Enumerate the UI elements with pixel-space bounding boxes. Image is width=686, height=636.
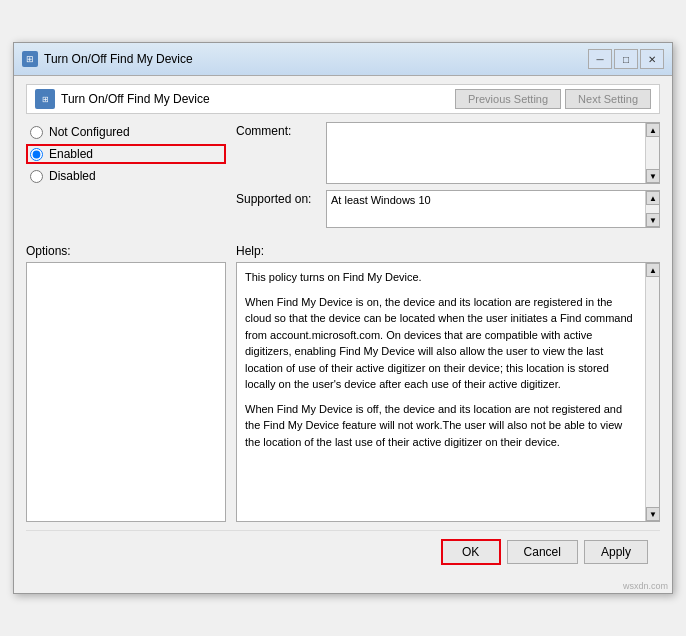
supported-on-value: At least Windows 10 [327,191,645,227]
help-scrollbar: ▲ ▼ [645,263,659,521]
comment-label: Comment: [236,122,326,138]
title-bar-left: ⊞ Turn On/Off Find My Device [22,51,193,67]
supported-on-row: Supported on: At least Windows 10 ▲ ▼ [236,190,660,228]
scroll-up-arrow[interactable]: ▲ [646,123,660,137]
comment-row: Comment: ▲ ▼ [236,122,660,184]
sub-header-icon: ⊞ [35,89,55,109]
enabled-radio[interactable] [30,148,43,161]
not-configured-radio[interactable] [30,126,43,139]
close-button[interactable]: ✕ [640,49,664,69]
bottom-section: Options: Help: This policy turns on Find… [26,244,660,522]
ok-button[interactable]: OK [441,539,501,565]
help-content: This policy turns on Find My Device. Whe… [237,263,645,521]
window-icon: ⊞ [22,51,38,67]
disabled-label: Disabled [49,169,96,183]
help-paragraph-2: When Find My Device is off, the device a… [245,401,637,451]
help-scroll-up[interactable]: ▲ [646,263,660,277]
sub-header-title: Turn On/Off Find My Device [61,92,210,106]
supported-on-box: At least Windows 10 ▲ ▼ [326,190,660,228]
help-paragraph-1: When Find My Device is on, the device an… [245,294,637,393]
options-panel: Options: [26,244,226,522]
supported-scroll-up[interactable]: ▲ [646,191,660,205]
title-bar: ⊞ Turn On/Off Find My Device ─ □ ✕ [14,43,672,76]
footer: OK Cancel Apply [26,530,660,573]
disabled-option[interactable]: Disabled [26,166,226,186]
help-panel: Help: This policy turns on Find My Devic… [236,244,660,522]
not-configured-option[interactable]: Not Configured [26,122,226,142]
right-panel: Comment: ▲ ▼ Supported on: At least Wind… [226,122,660,234]
help-paragraph-0: This policy turns on Find My Device. [245,269,637,286]
help-box: This policy turns on Find My Device. Whe… [236,262,660,522]
options-label: Options: [26,244,226,258]
supported-scroll-down[interactable]: ▼ [646,213,660,227]
help-label: Help: [236,244,660,258]
window-title: Turn On/Off Find My Device [44,52,193,66]
not-configured-label: Not Configured [49,125,130,139]
main-body: Not Configured Enabled Disabled Comm [26,122,660,234]
apply-button[interactable]: Apply [584,540,648,564]
previous-setting-button[interactable]: Previous Setting [455,89,561,109]
comment-textarea[interactable] [327,123,645,183]
help-scroll-down[interactable]: ▼ [646,507,660,521]
radio-group: Not Configured Enabled Disabled [26,122,226,186]
title-controls: ─ □ ✕ [588,49,664,69]
cancel-button[interactable]: Cancel [507,540,578,564]
comment-textarea-wrapper: ▲ ▼ [326,122,660,184]
disabled-radio[interactable] [30,170,43,183]
options-box [26,262,226,522]
content-area: ⊞ Turn On/Off Find My Device Previous Se… [14,76,672,581]
next-setting-button[interactable]: Next Setting [565,89,651,109]
enabled-option[interactable]: Enabled [26,144,226,164]
comment-scrollbar: ▲ ▼ [645,123,659,183]
supported-on-label: Supported on: [236,190,326,206]
main-window: ⊞ Turn On/Off Find My Device ─ □ ✕ ⊞ Tur… [13,42,673,594]
sub-header-left: ⊞ Turn On/Off Find My Device [35,89,210,109]
sub-header: ⊞ Turn On/Off Find My Device Previous Se… [26,84,660,114]
enabled-label: Enabled [49,147,93,161]
watermark: wsxdn.com [14,581,672,593]
minimize-button[interactable]: ─ [588,49,612,69]
nav-buttons: Previous Setting Next Setting [455,89,651,109]
maximize-button[interactable]: □ [614,49,638,69]
supported-scrollbar: ▲ ▼ [645,191,659,227]
scroll-down-arrow[interactable]: ▼ [646,169,660,183]
left-panel: Not Configured Enabled Disabled [26,122,226,234]
